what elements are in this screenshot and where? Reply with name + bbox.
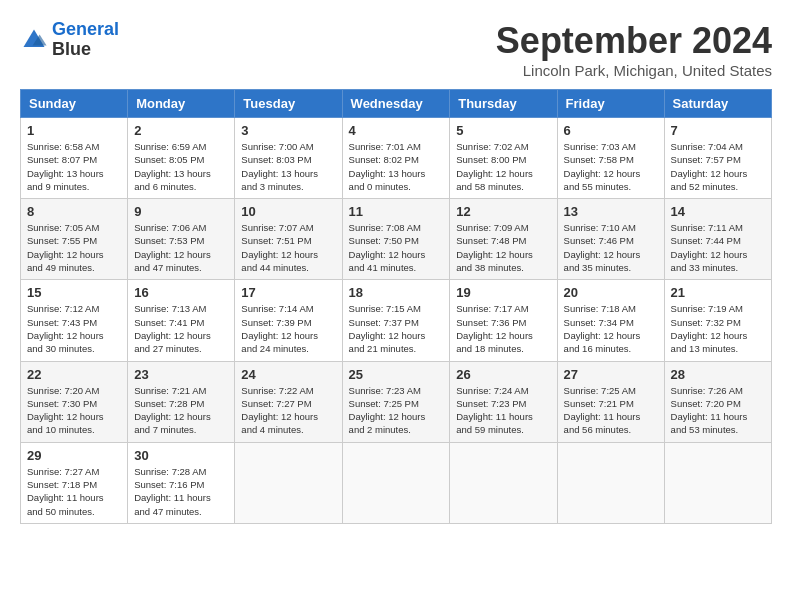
day-number: 16 (134, 285, 228, 300)
day-number: 10 (241, 204, 335, 219)
calendar-cell: 3 Sunrise: 7:00 AM Sunset: 8:03 PM Dayli… (235, 118, 342, 199)
calendar-cell: 28 Sunrise: 7:26 AM Sunset: 7:20 PM Dayl… (664, 361, 771, 442)
day-number: 25 (349, 367, 444, 382)
calendar-cell: 16 Sunrise: 7:13 AM Sunset: 7:41 PM Dayl… (128, 280, 235, 361)
day-number: 20 (564, 285, 658, 300)
day-number: 9 (134, 204, 228, 219)
weekday-saturday: Saturday (664, 90, 771, 118)
calendar-cell: 18 Sunrise: 7:15 AM Sunset: 7:37 PM Dayl… (342, 280, 450, 361)
logo-text: GeneralBlue (52, 20, 119, 60)
day-number: 14 (671, 204, 765, 219)
calendar-cell: 19 Sunrise: 7:17 AM Sunset: 7:36 PM Dayl… (450, 280, 557, 361)
location: Lincoln Park, Michigan, United States (496, 62, 772, 79)
day-number: 19 (456, 285, 550, 300)
day-number: 21 (671, 285, 765, 300)
day-info: Sunrise: 7:24 AM Sunset: 7:23 PM Dayligh… (456, 384, 550, 437)
weekday-monday: Monday (128, 90, 235, 118)
day-info: Sunrise: 7:23 AM Sunset: 7:25 PM Dayligh… (349, 384, 444, 437)
day-number: 23 (134, 367, 228, 382)
calendar-cell (664, 442, 771, 523)
day-info: Sunrise: 7:25 AM Sunset: 7:21 PM Dayligh… (564, 384, 658, 437)
day-info: Sunrise: 6:58 AM Sunset: 8:07 PM Dayligh… (27, 140, 121, 193)
day-info: Sunrise: 7:07 AM Sunset: 7:51 PM Dayligh… (241, 221, 335, 274)
calendar-cell: 21 Sunrise: 7:19 AM Sunset: 7:32 PM Dayl… (664, 280, 771, 361)
calendar-cell: 4 Sunrise: 7:01 AM Sunset: 8:02 PM Dayli… (342, 118, 450, 199)
logo: GeneralBlue (20, 20, 119, 60)
calendar-cell: 13 Sunrise: 7:10 AM Sunset: 7:46 PM Dayl… (557, 199, 664, 280)
calendar-cell: 7 Sunrise: 7:04 AM Sunset: 7:57 PM Dayli… (664, 118, 771, 199)
day-number: 17 (241, 285, 335, 300)
day-info: Sunrise: 7:06 AM Sunset: 7:53 PM Dayligh… (134, 221, 228, 274)
day-info: Sunrise: 7:27 AM Sunset: 7:18 PM Dayligh… (27, 465, 121, 518)
weekday-wednesday: Wednesday (342, 90, 450, 118)
day-info: Sunrise: 7:13 AM Sunset: 7:41 PM Dayligh… (134, 302, 228, 355)
calendar-cell: 9 Sunrise: 7:06 AM Sunset: 7:53 PM Dayli… (128, 199, 235, 280)
calendar-cell: 11 Sunrise: 7:08 AM Sunset: 7:50 PM Dayl… (342, 199, 450, 280)
month-title: September 2024 (496, 20, 772, 62)
day-info: Sunrise: 7:00 AM Sunset: 8:03 PM Dayligh… (241, 140, 335, 193)
calendar-cell: 23 Sunrise: 7:21 AM Sunset: 7:28 PM Dayl… (128, 361, 235, 442)
calendar-cell: 10 Sunrise: 7:07 AM Sunset: 7:51 PM Dayl… (235, 199, 342, 280)
weekday-thursday: Thursday (450, 90, 557, 118)
day-info: Sunrise: 7:02 AM Sunset: 8:00 PM Dayligh… (456, 140, 550, 193)
day-info: Sunrise: 7:01 AM Sunset: 8:02 PM Dayligh… (349, 140, 444, 193)
day-number: 5 (456, 123, 550, 138)
day-number: 8 (27, 204, 121, 219)
day-info: Sunrise: 7:11 AM Sunset: 7:44 PM Dayligh… (671, 221, 765, 274)
calendar-week-3: 15 Sunrise: 7:12 AM Sunset: 7:43 PM Dayl… (21, 280, 772, 361)
calendar-week-1: 1 Sunrise: 6:58 AM Sunset: 8:07 PM Dayli… (21, 118, 772, 199)
day-number: 24 (241, 367, 335, 382)
day-number: 18 (349, 285, 444, 300)
day-info: Sunrise: 7:08 AM Sunset: 7:50 PM Dayligh… (349, 221, 444, 274)
calendar-cell: 8 Sunrise: 7:05 AM Sunset: 7:55 PM Dayli… (21, 199, 128, 280)
day-number: 22 (27, 367, 121, 382)
day-number: 4 (349, 123, 444, 138)
day-info: Sunrise: 7:21 AM Sunset: 7:28 PM Dayligh… (134, 384, 228, 437)
day-number: 30 (134, 448, 228, 463)
day-number: 3 (241, 123, 335, 138)
day-number: 13 (564, 204, 658, 219)
logo-icon (20, 26, 48, 54)
calendar-cell: 29 Sunrise: 7:27 AM Sunset: 7:18 PM Dayl… (21, 442, 128, 523)
calendar-week-5: 29 Sunrise: 7:27 AM Sunset: 7:18 PM Dayl… (21, 442, 772, 523)
calendar-cell: 30 Sunrise: 7:28 AM Sunset: 7:16 PM Dayl… (128, 442, 235, 523)
calendar-cell: 20 Sunrise: 7:18 AM Sunset: 7:34 PM Dayl… (557, 280, 664, 361)
calendar-cell: 1 Sunrise: 6:58 AM Sunset: 8:07 PM Dayli… (21, 118, 128, 199)
calendar-cell: 22 Sunrise: 7:20 AM Sunset: 7:30 PM Dayl… (21, 361, 128, 442)
weekday-tuesday: Tuesday (235, 90, 342, 118)
calendar-cell: 14 Sunrise: 7:11 AM Sunset: 7:44 PM Dayl… (664, 199, 771, 280)
day-info: Sunrise: 7:19 AM Sunset: 7:32 PM Dayligh… (671, 302, 765, 355)
calendar-cell: 27 Sunrise: 7:25 AM Sunset: 7:21 PM Dayl… (557, 361, 664, 442)
day-number: 26 (456, 367, 550, 382)
calendar-cell (557, 442, 664, 523)
calendar-cell: 25 Sunrise: 7:23 AM Sunset: 7:25 PM Dayl… (342, 361, 450, 442)
weekday-sunday: Sunday (21, 90, 128, 118)
day-number: 27 (564, 367, 658, 382)
day-info: Sunrise: 7:17 AM Sunset: 7:36 PM Dayligh… (456, 302, 550, 355)
day-info: Sunrise: 7:15 AM Sunset: 7:37 PM Dayligh… (349, 302, 444, 355)
day-number: 1 (27, 123, 121, 138)
day-number: 28 (671, 367, 765, 382)
day-info: Sunrise: 7:05 AM Sunset: 7:55 PM Dayligh… (27, 221, 121, 274)
day-info: Sunrise: 7:20 AM Sunset: 7:30 PM Dayligh… (27, 384, 121, 437)
calendar-cell (450, 442, 557, 523)
title-block: September 2024 Lincoln Park, Michigan, U… (496, 20, 772, 79)
day-info: Sunrise: 7:14 AM Sunset: 7:39 PM Dayligh… (241, 302, 335, 355)
calendar-cell: 24 Sunrise: 7:22 AM Sunset: 7:27 PM Dayl… (235, 361, 342, 442)
day-info: Sunrise: 7:22 AM Sunset: 7:27 PM Dayligh… (241, 384, 335, 437)
day-number: 11 (349, 204, 444, 219)
day-info: Sunrise: 7:28 AM Sunset: 7:16 PM Dayligh… (134, 465, 228, 518)
calendar-cell: 15 Sunrise: 7:12 AM Sunset: 7:43 PM Dayl… (21, 280, 128, 361)
page-header: GeneralBlue September 2024 Lincoln Park,… (20, 20, 772, 79)
day-info: Sunrise: 7:26 AM Sunset: 7:20 PM Dayligh… (671, 384, 765, 437)
calendar-cell: 5 Sunrise: 7:02 AM Sunset: 8:00 PM Dayli… (450, 118, 557, 199)
day-info: Sunrise: 7:10 AM Sunset: 7:46 PM Dayligh… (564, 221, 658, 274)
day-info: Sunrise: 7:04 AM Sunset: 7:57 PM Dayligh… (671, 140, 765, 193)
calendar-week-2: 8 Sunrise: 7:05 AM Sunset: 7:55 PM Dayli… (21, 199, 772, 280)
calendar-cell: 2 Sunrise: 6:59 AM Sunset: 8:05 PM Dayli… (128, 118, 235, 199)
day-number: 15 (27, 285, 121, 300)
calendar-cell: 6 Sunrise: 7:03 AM Sunset: 7:58 PM Dayli… (557, 118, 664, 199)
day-number: 6 (564, 123, 658, 138)
calendar-cell (235, 442, 342, 523)
calendar-cell (342, 442, 450, 523)
